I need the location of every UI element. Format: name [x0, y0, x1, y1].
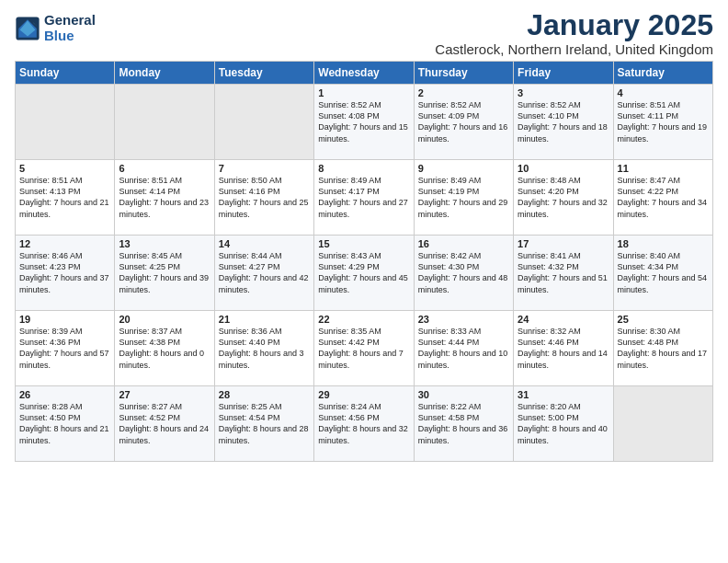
day-number: 29: [318, 389, 409, 400]
day-info: Sunrise: 8:42 AMSunset: 4:30 PMDaylight:…: [418, 250, 509, 295]
day-cell: 15Sunrise: 8:43 AMSunset: 4:29 PMDayligh…: [314, 236, 414, 311]
day-number: 24: [518, 314, 609, 325]
day-cell: 12Sunrise: 8:46 AMSunset: 4:23 PMDayligh…: [16, 236, 115, 311]
day-info: Sunrise: 8:52 AMSunset: 4:10 PMDaylight:…: [518, 99, 609, 144]
title-block: January 2025 Castlerock, Northern Irelan…: [435, 9, 713, 57]
day-cell: 19Sunrise: 8:39 AMSunset: 4:36 PMDayligh…: [16, 311, 115, 386]
day-number: 26: [19, 389, 110, 400]
calendar-header-row: SundayMondayTuesdayWednesdayThursdayFrid…: [16, 62, 713, 85]
day-cell: 16Sunrise: 8:42 AMSunset: 4:30 PMDayligh…: [414, 236, 513, 311]
day-header-friday: Friday: [514, 62, 613, 85]
day-info: Sunrise: 8:52 AMSunset: 4:08 PMDaylight:…: [318, 99, 409, 144]
day-cell: 28Sunrise: 8:25 AMSunset: 4:54 PMDayligh…: [214, 386, 313, 462]
day-cell: 2Sunrise: 8:52 AMSunset: 4:09 PMDaylight…: [414, 85, 513, 160]
day-cell: [16, 85, 115, 160]
day-info: Sunrise: 8:32 AMSunset: 4:46 PMDaylight:…: [518, 326, 609, 371]
month-title: January 2025: [435, 9, 713, 41]
logo-text: General Blue: [44, 13, 96, 43]
day-cell: 24Sunrise: 8:32 AMSunset: 4:46 PMDayligh…: [514, 311, 613, 386]
day-info: Sunrise: 8:51 AMSunset: 4:14 PMDaylight:…: [119, 175, 210, 220]
day-cell: 25Sunrise: 8:30 AMSunset: 4:48 PMDayligh…: [613, 311, 712, 386]
day-cell: 9Sunrise: 8:49 AMSunset: 4:19 PMDaylight…: [414, 160, 513, 236]
day-info: Sunrise: 8:49 AMSunset: 4:17 PMDaylight:…: [318, 175, 409, 220]
day-number: 23: [418, 314, 509, 325]
day-info: Sunrise: 8:48 AMSunset: 4:20 PMDaylight:…: [518, 175, 609, 220]
location-subtitle: Castlerock, Northern Ireland, United Kin…: [435, 41, 713, 57]
day-number: 22: [318, 314, 409, 325]
day-info: Sunrise: 8:39 AMSunset: 4:36 PMDaylight:…: [19, 326, 110, 371]
day-cell: 4Sunrise: 8:51 AMSunset: 4:11 PMDaylight…: [613, 85, 712, 160]
day-number: 4: [618, 87, 709, 98]
week-row-2: 12Sunrise: 8:46 AMSunset: 4:23 PMDayligh…: [16, 236, 713, 311]
day-number: 5: [19, 163, 110, 174]
day-cell: 5Sunrise: 8:51 AMSunset: 4:13 PMDaylight…: [16, 160, 115, 236]
day-number: 2: [418, 87, 509, 98]
day-cell: 1Sunrise: 8:52 AMSunset: 4:08 PMDaylight…: [314, 85, 414, 160]
day-header-sunday: Sunday: [16, 62, 115, 85]
logo-icon: [15, 16, 40, 41]
day-info: Sunrise: 8:35 AMSunset: 4:42 PMDaylight:…: [318, 326, 409, 371]
day-info: Sunrise: 8:33 AMSunset: 4:44 PMDaylight:…: [418, 326, 509, 371]
day-info: Sunrise: 8:25 AMSunset: 4:54 PMDaylight:…: [219, 401, 310, 446]
day-number: 31: [518, 389, 609, 400]
day-header-monday: Monday: [115, 62, 214, 85]
day-number: 20: [119, 314, 210, 325]
day-number: 30: [418, 389, 509, 400]
day-info: Sunrise: 8:52 AMSunset: 4:09 PMDaylight:…: [418, 99, 509, 144]
day-number: 3: [518, 87, 609, 98]
day-number: 28: [219, 389, 310, 400]
day-cell: 30Sunrise: 8:22 AMSunset: 4:58 PMDayligh…: [414, 386, 513, 462]
day-cell: 22Sunrise: 8:35 AMSunset: 4:42 PMDayligh…: [314, 311, 414, 386]
day-number: 25: [618, 314, 709, 325]
day-cell: 11Sunrise: 8:47 AMSunset: 4:22 PMDayligh…: [613, 160, 712, 236]
day-cell: 29Sunrise: 8:24 AMSunset: 4:56 PMDayligh…: [314, 386, 414, 462]
day-number: 19: [19, 314, 110, 325]
day-cell: [214, 85, 313, 160]
day-cell: 26Sunrise: 8:28 AMSunset: 4:50 PMDayligh…: [16, 386, 115, 462]
day-info: Sunrise: 8:50 AMSunset: 4:16 PMDaylight:…: [219, 175, 310, 220]
day-number: 12: [19, 238, 110, 249]
day-header-thursday: Thursday: [414, 62, 513, 85]
day-cell: 31Sunrise: 8:20 AMSunset: 5:00 PMDayligh…: [514, 386, 613, 462]
day-cell: 6Sunrise: 8:51 AMSunset: 4:14 PMDaylight…: [115, 160, 214, 236]
day-number: 1: [318, 87, 409, 98]
day-info: Sunrise: 8:47 AMSunset: 4:22 PMDaylight:…: [618, 175, 709, 220]
day-cell: 7Sunrise: 8:50 AMSunset: 4:16 PMDaylight…: [214, 160, 313, 236]
day-info: Sunrise: 8:36 AMSunset: 4:40 PMDaylight:…: [219, 326, 310, 371]
day-number: 11: [618, 163, 709, 174]
week-row-1: 5Sunrise: 8:51 AMSunset: 4:13 PMDaylight…: [16, 160, 713, 236]
day-number: 13: [119, 238, 210, 249]
day-cell: 8Sunrise: 8:49 AMSunset: 4:17 PMDaylight…: [314, 160, 414, 236]
day-number: 7: [219, 163, 310, 174]
day-cell: 14Sunrise: 8:44 AMSunset: 4:27 PMDayligh…: [214, 236, 313, 311]
day-number: 15: [318, 238, 409, 249]
calendar-table: SundayMondayTuesdayWednesdayThursdayFrid…: [15, 61, 713, 462]
day-cell: [613, 386, 712, 462]
day-cell: 20Sunrise: 8:37 AMSunset: 4:38 PMDayligh…: [115, 311, 214, 386]
day-number: 17: [518, 238, 609, 249]
day-header-tuesday: Tuesday: [214, 62, 313, 85]
day-info: Sunrise: 8:46 AMSunset: 4:23 PMDaylight:…: [19, 250, 110, 295]
day-info: Sunrise: 8:30 AMSunset: 4:48 PMDaylight:…: [618, 326, 709, 371]
day-info: Sunrise: 8:49 AMSunset: 4:19 PMDaylight:…: [418, 175, 509, 220]
week-row-4: 26Sunrise: 8:28 AMSunset: 4:50 PMDayligh…: [16, 386, 713, 462]
day-info: Sunrise: 8:41 AMSunset: 4:32 PMDaylight:…: [518, 250, 609, 295]
day-info: Sunrise: 8:20 AMSunset: 5:00 PMDaylight:…: [518, 401, 609, 446]
day-info: Sunrise: 8:51 AMSunset: 4:11 PMDaylight:…: [618, 99, 709, 144]
page-container: General Blue January 2025 Castlerock, No…: [0, 0, 728, 471]
day-info: Sunrise: 8:28 AMSunset: 4:50 PMDaylight:…: [19, 401, 110, 446]
day-number: 16: [418, 238, 509, 249]
day-number: 9: [418, 163, 509, 174]
day-cell: 3Sunrise: 8:52 AMSunset: 4:10 PMDaylight…: [514, 85, 613, 160]
day-cell: 27Sunrise: 8:27 AMSunset: 4:52 PMDayligh…: [115, 386, 214, 462]
day-number: 8: [318, 163, 409, 174]
day-info: Sunrise: 8:45 AMSunset: 4:25 PMDaylight:…: [119, 250, 210, 295]
day-number: 21: [219, 314, 310, 325]
day-cell: 17Sunrise: 8:41 AMSunset: 4:32 PMDayligh…: [514, 236, 613, 311]
day-info: Sunrise: 8:37 AMSunset: 4:38 PMDaylight:…: [119, 326, 210, 371]
day-info: Sunrise: 8:43 AMSunset: 4:29 PMDaylight:…: [318, 250, 409, 295]
day-number: 27: [119, 389, 210, 400]
day-info: Sunrise: 8:27 AMSunset: 4:52 PMDaylight:…: [119, 401, 210, 446]
day-header-wednesday: Wednesday: [314, 62, 414, 85]
week-row-0: 1Sunrise: 8:52 AMSunset: 4:08 PMDaylight…: [16, 85, 713, 160]
